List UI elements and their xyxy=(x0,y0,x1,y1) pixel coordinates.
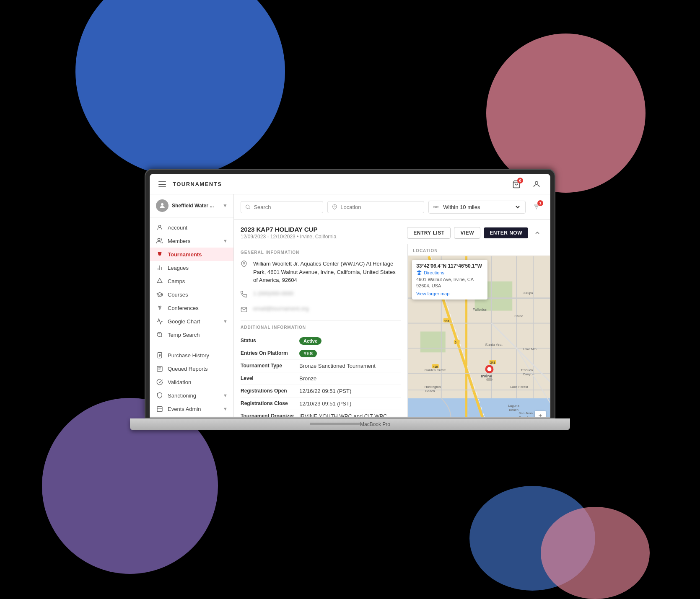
sidebar-divider xyxy=(150,345,233,345)
search-field[interactable] xyxy=(241,201,323,213)
svg-line-33 xyxy=(249,208,250,209)
leagues-icon xyxy=(156,264,163,271)
hamburger-menu[interactable] xyxy=(157,180,168,189)
svg-text:Huntington: Huntington xyxy=(425,385,441,389)
detail-value-entries: YES xyxy=(299,350,317,356)
user-account-button[interactable] xyxy=(530,178,543,191)
svg-text:Capistrano: Capistrano xyxy=(519,416,535,417)
tournament-dates: 12/09/2023 - 12/10/2023 • Irvine, Califo… xyxy=(241,234,336,240)
detail-row-organizer: Tournament Organizer IRVINE YOUTH WPC an… xyxy=(241,410,401,418)
laptop-base: MacBook Pro xyxy=(130,418,570,430)
content-area: Within 10 miles Within 25 miles Within 5… xyxy=(234,194,550,417)
sidebar-item-temp-search[interactable]: Temp Search xyxy=(150,328,233,341)
svg-text:Fullerton: Fullerton xyxy=(473,307,487,312)
svg-line-13 xyxy=(160,307,161,308)
entry-list-button[interactable]: ENTRY LIST xyxy=(407,227,451,239)
cart-button[interactable]: 0 xyxy=(510,178,523,191)
detail-label-entries: Entries On Platform xyxy=(241,350,299,356)
page-title: TOURNAMENTS xyxy=(173,181,222,187)
directions-icon xyxy=(416,270,422,276)
sidebar-nav: Account Members ▼ xyxy=(150,217,233,417)
view-larger-map-link[interactable]: View larger map xyxy=(416,291,483,296)
google-chart-icon xyxy=(156,318,163,325)
status-badge: Active xyxy=(299,337,321,345)
sidebar-item-conferences[interactable]: Conferences xyxy=(150,301,233,315)
sidebar-item-account-label: Account xyxy=(168,225,187,231)
org-avatar xyxy=(156,199,169,212)
detail-value-status: Active xyxy=(299,338,321,344)
sidebar-item-tournaments[interactable]: Tournaments xyxy=(150,248,233,261)
svg-text:133: 133 xyxy=(444,320,449,323)
map-coordinates: 33°42'06.4"N 117°46'50.1"W xyxy=(416,263,483,269)
sidebar-item-validation[interactable]: Validation xyxy=(150,375,233,389)
filter-button[interactable]: 1 xyxy=(530,200,543,214)
detail-row-reg-open: Registrations Open 12/16/22 09:51 (PST) xyxy=(241,385,401,398)
sidebar-item-members-label: Members xyxy=(168,238,190,244)
location-field[interactable] xyxy=(327,201,425,213)
sidebar-item-leagues[interactable]: Leagues xyxy=(150,261,233,274)
svg-text:Canyon: Canyon xyxy=(523,372,534,376)
svg-rect-25 xyxy=(157,407,162,412)
cart-badge: 0 xyxy=(517,178,523,183)
sidebar-item-queued-reports[interactable]: Queued Reports xyxy=(150,362,233,375)
map-container[interactable]: Anaheim Fullerton Santa Ana Garden Grove… xyxy=(408,256,550,417)
svg-line-15 xyxy=(161,336,162,337)
sidebar-item-sanctioning[interactable]: Sanctioning ▼ xyxy=(150,389,233,402)
sidebar-item-sanctioning-label: Sanctioning xyxy=(168,392,196,399)
collapse-button[interactable] xyxy=(531,227,543,239)
topbar-left: TOURNAMENTS xyxy=(157,180,222,189)
sidebar-item-camps[interactable]: Camps xyxy=(150,274,233,288)
laptop-screen: TOURNAMENTS 0 xyxy=(145,169,555,418)
sidebar-item-events-admin[interactable]: Events Admin ▼ xyxy=(150,402,233,416)
camps-icon xyxy=(156,278,163,284)
sidebar-item-google-chart-label: Google Chart xyxy=(168,318,200,325)
location-input[interactable] xyxy=(340,204,420,210)
miles-select[interactable]: Within 10 miles Within 25 miles Within 5… xyxy=(441,204,521,211)
svg-text:San Juan: San Juan xyxy=(519,411,533,415)
map-address-short: 4601 Walnut Ave, Irvine, CA 92604, USA xyxy=(416,276,483,289)
svg-text:Laguna: Laguna xyxy=(508,404,519,408)
org-chevron-icon: ▼ xyxy=(223,203,228,209)
sidebar-item-finance-admin[interactable]: Finance Admin ▼ xyxy=(150,416,233,417)
entries-badge: YES xyxy=(299,350,317,357)
miles-field[interactable]: Within 10 miles Within 25 miles Within 5… xyxy=(428,201,526,214)
svg-point-32 xyxy=(246,205,249,208)
laptop-wrapper: TOURNAMENTS 0 xyxy=(130,169,570,430)
svg-point-11 xyxy=(159,308,161,310)
org-name: Sheffield Water ... xyxy=(172,203,219,209)
sidebar-item-courses[interactable]: Courses xyxy=(150,288,233,301)
topbar: TOURNAMENTS 0 xyxy=(150,174,550,194)
svg-text:Lake Mtn: Lake Mtn xyxy=(523,347,537,351)
search-input[interactable] xyxy=(254,204,318,210)
svg-text:5: 5 xyxy=(455,341,456,344)
svg-point-35 xyxy=(436,206,437,208)
sidebar-item-members[interactable]: Members ▼ xyxy=(150,234,233,248)
svg-text:Beach: Beach xyxy=(425,389,435,393)
svg-point-9 xyxy=(158,306,160,307)
additional-info-label: ADDITIONAL INFORMATION xyxy=(241,325,401,330)
svg-text:405: 405 xyxy=(433,365,438,368)
tournaments-icon xyxy=(156,251,163,258)
svg-text:Lake Forest: Lake Forest xyxy=(510,385,528,389)
detail-row-entries: Entries On Platform YES xyxy=(241,347,401,360)
enter-now-button[interactable]: ENTER NOW xyxy=(484,227,528,238)
members-chevron-icon: ▼ xyxy=(223,238,228,243)
org-selector[interactable]: Sheffield Water ... ▼ xyxy=(150,194,233,217)
zoom-in-button[interactable]: + xyxy=(535,411,546,417)
svg-point-16 xyxy=(159,333,160,334)
email-row: email@tournament.org xyxy=(241,305,401,315)
directions-link[interactable]: Directions xyxy=(424,270,444,275)
map-pin-icon xyxy=(241,261,248,269)
sidebar-item-google-chart[interactable]: Google Chart ▼ xyxy=(150,315,233,328)
purchase-history-icon xyxy=(156,352,163,359)
view-button[interactable]: VIEW xyxy=(454,227,480,239)
validation-icon xyxy=(156,379,163,385)
sidebar-item-temp-search-label: Temp Search xyxy=(168,332,200,338)
sidebar-item-courses-label: Courses xyxy=(168,292,188,298)
address-text: William Woollett Jr. Aquatics Center (WW… xyxy=(253,260,401,284)
sidebar-item-account[interactable]: Account xyxy=(150,221,233,234)
sidebar-item-purchase-history[interactable]: Purchase History xyxy=(150,349,233,362)
google-chart-chevron-icon: ▼ xyxy=(223,319,228,324)
general-info-label: GENERAL INFORMATION xyxy=(241,250,401,255)
search-bar: Within 10 miles Within 25 miles Within 5… xyxy=(234,194,550,220)
